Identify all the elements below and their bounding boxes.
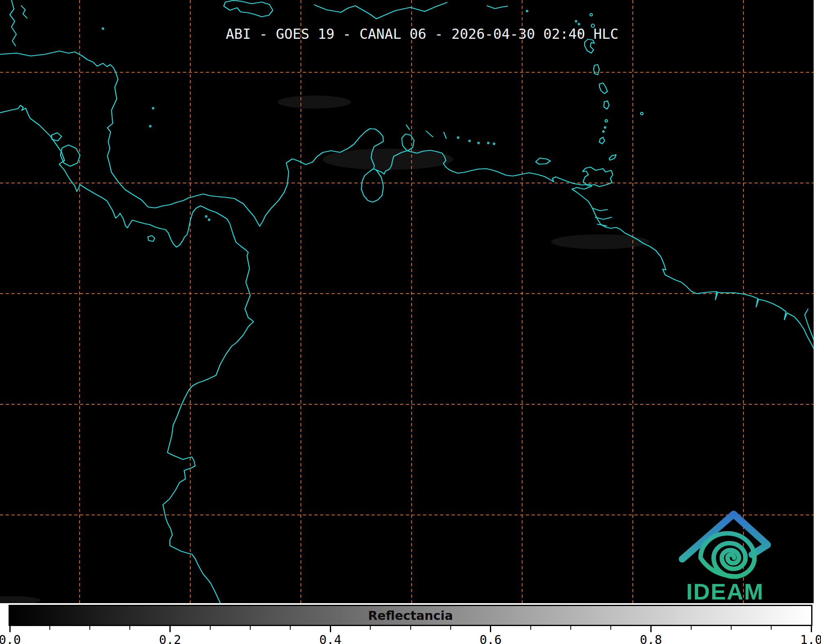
colorbar-major-tick bbox=[9, 626, 11, 632]
coastline bbox=[599, 83, 607, 94]
satellite-map: IDEAM bbox=[0, 0, 814, 603]
colorbar-minor-tick bbox=[129, 626, 130, 630]
coastline bbox=[314, 2, 447, 19]
faint-cloud bbox=[551, 234, 649, 249]
colorbar-label: Reflectancia bbox=[10, 606, 811, 625]
colorbar-major-tick bbox=[650, 626, 652, 632]
colorbar-minor-tick bbox=[691, 626, 692, 630]
coastline bbox=[597, 224, 607, 226]
colorbar-major-tick bbox=[169, 626, 171, 632]
faint-cloud bbox=[323, 149, 453, 170]
image-title: ABI - GOES 19 - CANAL 06 - 2026-04-30 02… bbox=[226, 26, 619, 42]
screenshot-stage: IDEAM ABI - GOES 19 - CANAL 06 - 2026-04… bbox=[0, 0, 821, 644]
island-dot bbox=[457, 137, 459, 138]
island-dot bbox=[575, 20, 577, 22]
colorbar-major-tick bbox=[811, 626, 812, 632]
colorbar-minor-tick bbox=[250, 626, 251, 630]
coastline bbox=[51, 133, 62, 141]
island-dot bbox=[478, 142, 479, 144]
coastline bbox=[0, 51, 814, 352]
colorbar-minor-tick bbox=[49, 626, 50, 630]
coastlines bbox=[0, 0, 814, 603]
island-dot bbox=[205, 216, 207, 217]
island-dot bbox=[208, 219, 210, 221]
coastline bbox=[583, 167, 613, 187]
island-dot bbox=[590, 13, 592, 16]
faint-cloud bbox=[0, 596, 41, 603]
island-dot bbox=[641, 112, 643, 115]
colorbar-major-tick bbox=[490, 626, 491, 632]
colorbar-area: Reflectancia 0.00.20.40.60.81.0 bbox=[0, 603, 821, 644]
coastline bbox=[406, 125, 409, 129]
logo-hurricane-spiral-icon bbox=[701, 533, 754, 577]
island-dot bbox=[526, 10, 528, 12]
island-dot bbox=[493, 143, 495, 145]
island-dot bbox=[102, 28, 104, 29]
coastline bbox=[594, 65, 599, 75]
island-dot bbox=[604, 127, 606, 128]
colorbar-minor-tick bbox=[410, 626, 411, 630]
coastline bbox=[148, 236, 155, 241]
coastline bbox=[609, 155, 616, 160]
colorbar-minor-tick bbox=[610, 626, 611, 630]
island-dot bbox=[149, 125, 151, 127]
colorbar-tick-label: 0.2 bbox=[159, 633, 181, 644]
ideam-logo: IDEAM bbox=[682, 514, 768, 603]
map-canvas: IDEAM ABI - GOES 19 - CANAL 06 - 2026-04… bbox=[0, 0, 814, 603]
island-dot bbox=[605, 120, 607, 122]
colorbar-minor-tick bbox=[370, 626, 371, 630]
colorbar-tick-label: 1.0 bbox=[800, 633, 821, 644]
colorbar-major-tick bbox=[330, 626, 331, 632]
island-dot bbox=[469, 140, 470, 142]
colorbar-tick-label: 0.4 bbox=[319, 633, 341, 644]
coastline bbox=[10, 0, 16, 46]
colorbar-minor-tick bbox=[771, 626, 772, 630]
coastline bbox=[426, 131, 433, 137]
colorbar-minor-tick bbox=[89, 626, 90, 630]
coastline bbox=[444, 132, 446, 138]
colorbar-minor-tick bbox=[290, 626, 291, 630]
coastline bbox=[593, 208, 607, 211]
colorbar-minor-tick bbox=[210, 626, 211, 630]
island-dot bbox=[487, 142, 489, 144]
latlon-gridlines bbox=[0, 0, 814, 603]
colorbar-tick-label: 0.8 bbox=[640, 633, 662, 644]
ideam-logo-text: IDEAM bbox=[686, 579, 764, 603]
coastline bbox=[599, 137, 605, 144]
island-dot bbox=[152, 107, 154, 109]
island-dot bbox=[603, 131, 604, 132]
colorbar-tick-label: 0.6 bbox=[480, 633, 502, 644]
coastline bbox=[402, 134, 414, 151]
colorbar-gradient: Reflectancia bbox=[9, 605, 812, 626]
coastline bbox=[536, 158, 550, 164]
faint-cloud bbox=[278, 96, 351, 109]
faint-cloud-patches bbox=[0, 96, 649, 603]
island-dot bbox=[578, 23, 580, 25]
colorbar-minor-tick bbox=[450, 626, 451, 630]
coastline bbox=[224, 0, 273, 17]
colorbar-minor-tick bbox=[530, 626, 531, 630]
colorbar-tick-label: 0.0 bbox=[0, 633, 21, 644]
coastline bbox=[0, 105, 254, 603]
coastline bbox=[604, 101, 609, 109]
coastline bbox=[60, 145, 80, 166]
colorbar-minor-tick bbox=[570, 626, 571, 630]
colorbar-minor-tick bbox=[731, 626, 732, 630]
coastline bbox=[487, 6, 507, 9]
coastline bbox=[361, 169, 383, 202]
coastline bbox=[21, 6, 27, 18]
